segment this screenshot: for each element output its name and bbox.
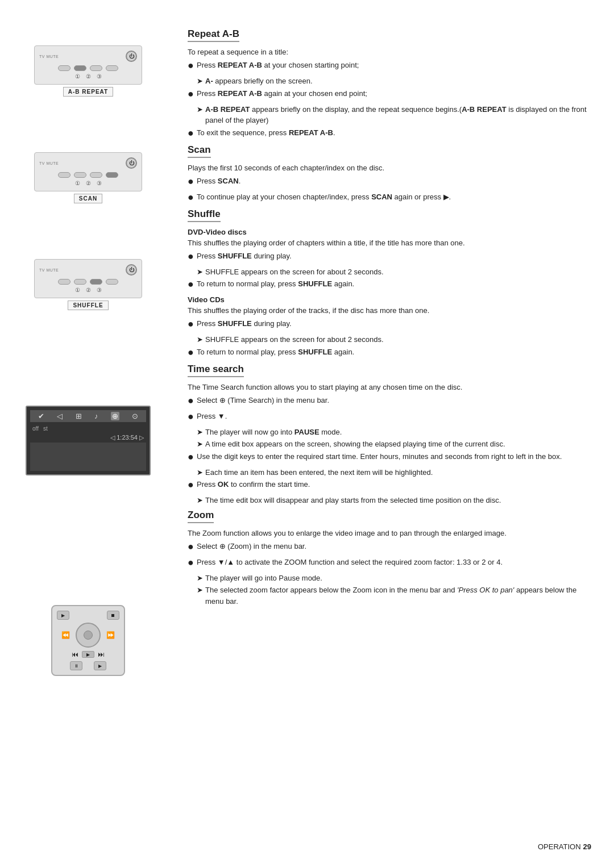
scan-btn-3 xyxy=(106,279,118,285)
num3: ③ xyxy=(97,73,102,80)
sub-text: Each time an item has been entered, the … xyxy=(205,467,433,478)
arrow-icon: ➤ xyxy=(197,104,203,115)
spacer xyxy=(86,661,90,670)
rew-btn: ⏪ xyxy=(61,631,70,639)
zoom-title: Zoom xyxy=(188,510,214,523)
menu-icon-1: ✔ xyxy=(38,412,44,420)
time-search-intro: The Time Search function allows you to s… xyxy=(188,383,591,391)
ab-btn xyxy=(74,65,86,71)
bullet-text: Press ▼/▲ to activate the ZOOM function … xyxy=(197,557,591,568)
bullet-dot: ● xyxy=(188,477,197,493)
time-display: ◁ 1:23:54 ▷ xyxy=(30,433,146,443)
repeat-ab-section: Repeat A-B To repeat a sequence in a tit… xyxy=(188,28,591,141)
play-btn: ▶ xyxy=(57,611,69,620)
sub-item: ➤ The time edit box will disappear and p… xyxy=(197,495,591,506)
bullet-item: ● Press REPEAT A-B at your chosen starti… xyxy=(188,60,591,73)
sub-item: ➤ A time edit box appears on the screen,… xyxy=(197,439,591,450)
ab-btn-2 xyxy=(74,172,86,178)
time-search-title: Time search xyxy=(188,364,244,377)
bullet-dot: ● xyxy=(188,126,197,141)
power-icon-2: ⏻ xyxy=(126,157,137,169)
bullet-text: Press SCAN. xyxy=(197,176,591,187)
scan-device: TV MUTE ⏻ ① ② ③ SCAN xyxy=(0,152,176,202)
status-off: off xyxy=(32,425,39,432)
zoom-device: ▶ ⏹ ⏪ ⏩ ⏮ ▶ ⏭ ⏸ ▶ xyxy=(0,605,176,676)
pause-btn: ⏸ xyxy=(70,661,82,670)
bullet-dot: ● xyxy=(188,393,197,408)
vcd-subtitle: Video CDs xyxy=(188,295,591,304)
bullet-item: ● To return to normal play, press SHUFFL… xyxy=(188,278,591,292)
remote-scan: TV MUTE ⏻ ① ② ③ xyxy=(34,152,142,191)
scan-intro: Plays the first 10 seconds of each chapt… xyxy=(188,164,591,172)
time-search-list: ● Select ⊕ (Time Search) in the menu bar… xyxy=(188,395,591,506)
sub-list: ➤ SHUFFLE appears on the screen for abou… xyxy=(197,334,591,345)
skip-row: ⏮ ▶ ⏭ xyxy=(72,650,105,658)
page: TV MUTE ⏻ ① ② ③ A-B REPEAT xyxy=(0,0,614,868)
remote-numbers-3: ① ② ③ xyxy=(39,287,137,293)
repeat-ab-title: Repeat A-B xyxy=(188,28,239,42)
menu-bar: ✔ ◁ ⊞ ♪ ⊕ ⊙ xyxy=(30,410,146,422)
vcd-intro: This shuffles the playing order of the t… xyxy=(188,306,591,315)
bullet-dot: ● xyxy=(188,555,197,570)
bullet-text: Select ⊕ (Zoom) in the menu bar. xyxy=(197,541,591,552)
num1: ① xyxy=(75,73,80,80)
bullet-dot: ● xyxy=(188,86,197,102)
operation-label: OPERATION xyxy=(538,842,581,851)
scan-list: ● Press SCAN. ● To continue play at your… xyxy=(188,176,591,205)
time-search-device: ✔ ◁ ⊞ ♪ ⊕ ⊙ off st ◁ 1:23:54 ▷ xyxy=(0,406,176,480)
arrow-icon: ➤ xyxy=(197,573,203,584)
time-value: ◁ 1:23:54 ▷ xyxy=(110,434,144,441)
bullet-text: Press REPEAT A-B at your chosen starting… xyxy=(197,60,591,71)
shuffle-device: TV MUTE ⏻ ① ② ③ SHUFFLE xyxy=(0,259,176,309)
zoom-list: ● Select ⊕ (Zoom) in the menu bar. ● Pre… xyxy=(188,541,591,607)
scan-label: SCAN xyxy=(74,194,102,203)
ab-repeat-label: A-B REPEAT xyxy=(63,87,113,97)
arrow-icon: ➤ xyxy=(197,439,203,450)
repeat-btn-3 xyxy=(58,279,70,285)
bullet-text: Press SHUFFLE during play. xyxy=(197,251,591,262)
zoom-remote-control: ▶ ⏹ ⏪ ⏩ ⏮ ▶ ⏭ ⏸ ▶ xyxy=(51,605,125,676)
menu-icon-time: ⊕ xyxy=(111,412,119,420)
sub-text: A-B REPEAT appears briefly on the displa… xyxy=(205,104,591,126)
repeat-btn xyxy=(58,65,70,71)
bullet-text: To return to normal play, press SHUFFLE … xyxy=(197,347,591,358)
sub-list: ➤ A- appears briefly on the screen. xyxy=(197,76,591,87)
bullet-item: ● Use the digit keys to enter the requir… xyxy=(188,451,591,465)
sub-item: ➤ A- appears briefly on the screen. xyxy=(197,76,591,87)
nav-row: ⏪ ⏩ xyxy=(61,623,115,648)
power-icon: ⏻ xyxy=(126,51,137,62)
num1-2: ① xyxy=(75,180,80,186)
bullet-dot: ● xyxy=(188,58,197,73)
repeat-ab-intro: To repeat a sequence in a title: xyxy=(188,48,591,56)
shuffle-title: Shuffle xyxy=(188,208,221,222)
shuffle-label: SHUFFLE xyxy=(68,301,108,310)
num2: ② xyxy=(86,73,91,80)
sub-item: ➤ The player will now go into PAUSE mode… xyxy=(197,427,591,438)
arrow-icon: ➤ xyxy=(197,585,203,596)
fwd-btn: ⏩ xyxy=(106,631,115,639)
remote-shuffle: TV MUTE ⏻ ① ② ③ xyxy=(34,259,142,298)
sub-item: ➤ SHUFFLE appears on the screen for abou… xyxy=(197,266,591,278)
menu-icon-3: ⊞ xyxy=(76,412,82,420)
repeat-btn-2 xyxy=(58,172,70,178)
repeat-ab-list: ● Press REPEAT A-B at your chosen starti… xyxy=(188,60,591,141)
sub-list: ➤ The player will go into Pause mode. ➤ … xyxy=(197,573,591,607)
scan-section: Scan Plays the first 10 seconds of each … xyxy=(188,144,591,205)
sub-list: ➤ Each time an item has been entered, th… xyxy=(197,467,591,478)
bullet-dot: ● xyxy=(188,539,197,554)
sub-text: The player will now go into PAUSE mode. xyxy=(205,427,342,438)
page-number: OPERATION29 xyxy=(538,842,591,851)
bullet-text: To continue play at your chosen chapter/… xyxy=(197,191,591,203)
arrow-icon: ➤ xyxy=(197,427,203,438)
left-column: TV MUTE ⏻ ① ② ③ A-B REPEAT xyxy=(0,23,176,845)
bullet-item: ● Press SCAN. xyxy=(188,176,591,189)
bullet-item: ● Press SHUFFLE during play. xyxy=(188,318,591,332)
bullet-text: Press SHUFFLE during play. xyxy=(197,318,591,329)
scan-title: Scan xyxy=(188,144,211,158)
status-st: st xyxy=(43,425,48,432)
sub-list: ➤ The player will now go into PAUSE mode… xyxy=(197,427,591,450)
remote-numbers: ① ② ③ xyxy=(39,73,137,80)
bullet-item: ● Press ▼/▲ to activate the ZOOM functio… xyxy=(188,557,591,570)
bullet-item: ● To return to normal play, press SHUFFL… xyxy=(188,347,591,360)
sub-item: ➤ The selected zoom factor appears below… xyxy=(197,585,591,607)
